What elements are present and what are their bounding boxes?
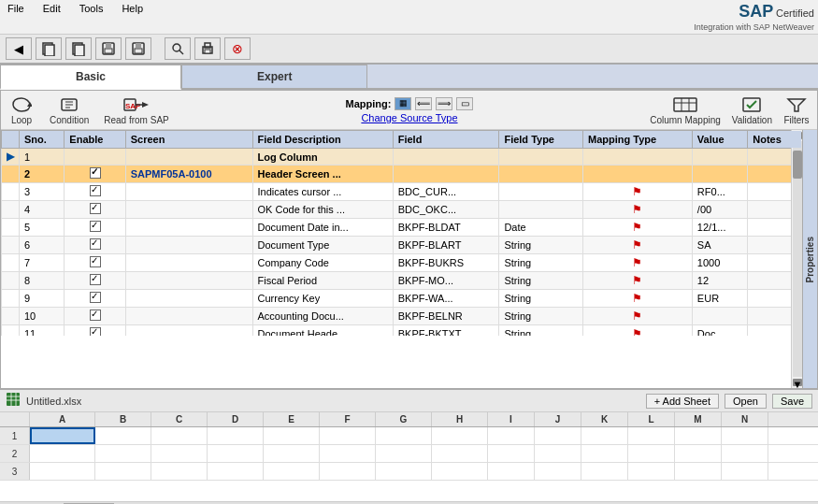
cell-a3[interactable] — [30, 463, 95, 480]
cell-a1[interactable] — [30, 427, 95, 444]
cell-i3[interactable] — [488, 463, 535, 480]
col-header-a[interactable]: A — [30, 412, 95, 426]
col-header-b[interactable]: B — [95, 412, 151, 426]
back-button[interactable]: ◀ — [6, 37, 32, 60]
col-header-d[interactable]: D — [208, 412, 264, 426]
menu-tools[interactable]: Tools — [76, 2, 108, 32]
open-button[interactable]: Open — [725, 394, 767, 409]
cell-i2[interactable] — [488, 445, 535, 462]
cell-f3[interactable] — [320, 463, 376, 480]
cell-b3[interactable] — [95, 463, 151, 480]
loop-tool[interactable]: Loop — [8, 94, 35, 125]
cell-e2[interactable] — [264, 445, 320, 462]
cell-e3[interactable] — [264, 463, 320, 480]
mapping-icon3[interactable]: ⟹ — [436, 97, 452, 110]
col-header-m[interactable]: M — [675, 412, 722, 426]
add-sheet-button[interactable]: + Add Sheet — [646, 394, 719, 409]
validation-tool[interactable]: Validation — [732, 94, 772, 125]
col-header-f[interactable]: F — [320, 412, 376, 426]
col-header-g[interactable]: G — [376, 412, 432, 426]
properties-sidebar[interactable]: Properties — [802, 130, 817, 388]
cell-n2[interactable] — [722, 445, 768, 462]
cell-g3[interactable] — [376, 463, 432, 480]
cell-enable[interactable]: ✓ — [65, 290, 125, 308]
cell-n3[interactable] — [722, 463, 768, 480]
cell-f1[interactable] — [320, 427, 376, 444]
cell-l2[interactable] — [628, 445, 675, 462]
col-header-h[interactable]: H — [432, 412, 488, 426]
save-button1[interactable] — [95, 37, 122, 60]
cell-h3[interactable] — [432, 463, 488, 480]
close-button[interactable]: ⊗ — [224, 37, 251, 60]
mapping-icon1[interactable]: ▦ — [395, 97, 411, 110]
cell-b2[interactable] — [95, 445, 151, 462]
cell-h1[interactable] — [432, 427, 488, 444]
column-mapping-tool[interactable]: Column Mapping — [650, 94, 721, 125]
save-xlsx-button[interactable]: Save — [772, 394, 812, 409]
col-header-l[interactable]: L — [628, 412, 675, 426]
cell-j3[interactable] — [535, 463, 581, 480]
cell-c3[interactable] — [151, 463, 208, 480]
table-container[interactable]: Sno. Enable Screen Field Description Fie… — [1, 130, 802, 336]
menu-help[interactable]: Help — [118, 2, 147, 32]
cell-m2[interactable] — [675, 445, 722, 462]
cell-i1[interactable] — [488, 427, 535, 444]
cell-enable[interactable]: ✓ — [65, 219, 125, 237]
col-header-i[interactable]: I — [488, 412, 535, 426]
copy-button1[interactable] — [36, 37, 62, 60]
menu-edit[interactable]: Edit — [39, 2, 65, 32]
tab-expert[interactable]: Expert — [181, 65, 367, 88]
cell-m3[interactable] — [675, 463, 722, 480]
mapping-icon2[interactable]: ⟸ — [415, 97, 432, 110]
cell-d1[interactable] — [208, 427, 264, 444]
cell-d2[interactable] — [208, 445, 264, 462]
print-button[interactable] — [194, 37, 221, 60]
cell-enable[interactable]: ✓ — [65, 272, 125, 290]
scroll-down-btn[interactable]: ▼ — [793, 379, 802, 386]
cell-enable[interactable]: ✓ — [65, 183, 125, 201]
cell-enable[interactable]: ✓ — [65, 325, 125, 337]
menu-file[interactable]: File — [4, 2, 28, 32]
col-header-e[interactable]: E — [264, 412, 320, 426]
condition-tool[interactable]: Condition — [50, 94, 89, 125]
cell-enable[interactable]: ✓ — [65, 308, 125, 325]
cell-e1[interactable] — [264, 427, 320, 444]
cell-g2[interactable] — [376, 445, 432, 462]
cell-k2[interactable] — [581, 445, 628, 462]
cell-n1[interactable] — [722, 427, 768, 444]
copy-button2[interactable] — [65, 37, 92, 60]
cell-l3[interactable] — [628, 463, 675, 480]
cell-f2[interactable] — [320, 445, 376, 462]
cell-k3[interactable] — [581, 463, 628, 480]
cell-enable[interactable]: ✓ — [65, 201, 125, 219]
filters-tool[interactable]: Filters — [783, 94, 810, 125]
read-from-sap-tool[interactable]: SAP Read from SAP — [104, 94, 168, 125]
cell-g1[interactable] — [376, 427, 432, 444]
col-header-k[interactable]: K — [581, 412, 628, 426]
tab-basic[interactable]: Basic — [0, 65, 181, 90]
save-button2[interactable] — [125, 37, 151, 60]
search-button[interactable] — [165, 37, 191, 60]
cell-c2[interactable] — [151, 445, 208, 462]
cell-l1[interactable] — [628, 427, 675, 444]
cell-b1[interactable] — [95, 427, 151, 444]
cell-j2[interactable] — [535, 445, 581, 462]
col-header-c[interactable]: C — [151, 412, 208, 426]
cell-enable[interactable] — [65, 149, 125, 166]
cell-h2[interactable] — [432, 445, 488, 462]
change-source-type-link[interactable]: Change Source Type — [361, 112, 457, 123]
cell-j1[interactable] — [535, 427, 581, 444]
cell-c1[interactable] — [151, 427, 208, 444]
mapping-icon4[interactable]: ▭ — [456, 97, 473, 110]
cell-m1[interactable] — [675, 427, 722, 444]
col-header-n[interactable]: N — [722, 412, 768, 426]
vertical-scrollbar[interactable]: ▲ ▼ — [791, 130, 802, 388]
cell-k1[interactable] — [581, 427, 628, 444]
cell-enable[interactable]: ✓ — [65, 166, 125, 183]
cell-enable[interactable]: ✓ — [65, 237, 125, 254]
cell-enable[interactable]: ✓ — [65, 254, 125, 272]
cell-d3[interactable] — [208, 463, 264, 480]
corner-cell — [0, 412, 30, 426]
col-header-j[interactable]: J — [535, 412, 581, 426]
cell-a2[interactable] — [30, 445, 95, 462]
